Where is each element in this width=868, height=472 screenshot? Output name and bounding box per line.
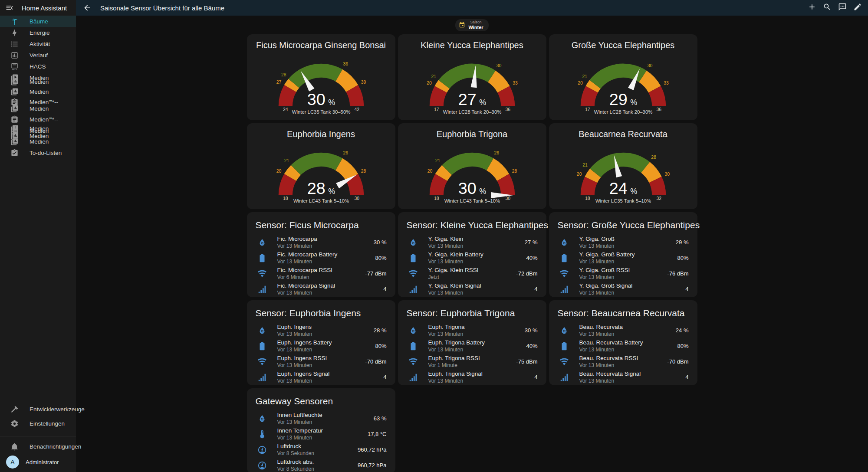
user-profile[interactable]: A Administrator bbox=[0, 454, 76, 470]
entity-last-changed: Vor 6 Minuten bbox=[277, 274, 333, 280]
magnify-icon bbox=[823, 3, 832, 11]
svg-text:39: 39 bbox=[361, 79, 366, 84]
gauge-card-title: Euphorbia Trigona bbox=[403, 129, 541, 139]
edit-dashboard-button[interactable] bbox=[853, 3, 862, 13]
add-button[interactable] bbox=[808, 3, 816, 13]
entity-row-fic-microcarpa-battery[interactable]: Fic. Microcarpa BatteryVor 13 Minuten80% bbox=[256, 250, 387, 266]
entity-name: Fic. Microcarpa Signal bbox=[277, 282, 335, 289]
sidebar-item-energie-1[interactable]: Energie bbox=[0, 27, 76, 38]
back-arrow-icon[interactable] bbox=[83, 3, 92, 12]
svg-text:26: 26 bbox=[494, 151, 499, 155]
entity-row-euph-trigona-battery[interactable]: Euph. Trigona BatteryVor 13 Minuten40% bbox=[407, 338, 538, 354]
entity-row-fic-microcarpa[interactable]: Fic. MicrocarpaVor 13 Minuten30 % bbox=[256, 235, 387, 250]
entity-row-innen-temperatur[interactable]: Innen TemperaturVor 13 Minuten17,8 °C bbox=[256, 426, 387, 442]
entity-row-y-giga-gross-signal[interactable]: Y. Giga. Groß SignalVor 13 Minuten4 bbox=[558, 282, 689, 297]
gauge-card-beaucarnea-recurvata[interactable]: Beaucarnea Recurvata18202128303224%Winte… bbox=[549, 123, 697, 209]
entity-row-y-giga-gross-battery[interactable]: Y. Giga. Groß BatteryVor 13 Minuten80% bbox=[558, 250, 689, 266]
gauge-card-ficus-microcarpa-ginseng-bonsai[interactable]: Ficus Microcarpa Ginseng Bonsai242728363… bbox=[247, 34, 395, 120]
sidebar-item-medien-14[interactable]: Medien bbox=[0, 136, 76, 147]
entity-row-fic-microcarpa-rssi[interactable]: Fic. Microcarpa RSSIVor 6 Minuten-77 dBm bbox=[256, 266, 387, 282]
gauge-card-grosse-yucca-elephantipes[interactable]: Große Yucca Elephantipes17202130333629%W… bbox=[549, 34, 697, 120]
entity-row-y-giga-klein-rssi[interactable]: Y. Giga. Klein RSSIJetzt-72 dBm bbox=[407, 266, 538, 282]
entity-value: 4 bbox=[682, 374, 688, 380]
svg-text:20: 20 bbox=[427, 81, 432, 85]
entity-row-luftdruck-abs[interactable]: Luftdruck abs.Vor 8 Sekunden960,72 hPa bbox=[256, 458, 387, 472]
entity-text: Innen LuftfeuchteVor 13 Minuten bbox=[277, 412, 322, 425]
entity-row-beau-recurvata[interactable]: Beau. RecurvataVor 13 Minuten24 % bbox=[558, 323, 689, 338]
entity-text: Y. Giga. Groß BatteryVor 13 Minuten bbox=[579, 251, 635, 265]
plus-icon bbox=[808, 3, 816, 11]
svg-text:32: 32 bbox=[656, 196, 661, 201]
chart-multi-icon bbox=[10, 138, 19, 146]
sidebar-item-verlauf-3[interactable]: Verlauf bbox=[0, 49, 76, 61]
sidebar-spacer bbox=[0, 158, 76, 402]
entity-name: Y. Giga. Klein bbox=[428, 236, 464, 243]
entity-text: Euph. Ingens BatteryVor 13 Minuten bbox=[277, 339, 332, 353]
entity-last-changed: Vor 13 Minuten bbox=[277, 259, 338, 265]
entity-value: -70 dBm bbox=[362, 358, 386, 365]
sidebar-footer-item-einstellungen-1[interactable]: Einstellungen bbox=[0, 416, 76, 431]
entity-row-euph-trigona[interactable]: Euph. TrigonaVor 13 Minuten30 % bbox=[407, 323, 538, 338]
svg-text:18: 18 bbox=[283, 196, 288, 201]
sidebar-item-label: Bäume bbox=[30, 18, 48, 25]
sidebar-bottom-item-benachrichtigungen-0[interactable]: Benachrichtigungen bbox=[0, 439, 76, 454]
gauge-card-title: Kleine Yucca Elephantipes bbox=[403, 40, 541, 50]
menu-icon[interactable] bbox=[5, 3, 14, 12]
gauge-sublabel: Winter LC43 Tank 5–10% bbox=[444, 198, 500, 203]
sidebar-item-medien-9[interactable]: Medien bbox=[0, 103, 76, 114]
gauge-meter-icon bbox=[257, 445, 267, 455]
entity-row-y-giga-gross-rssi[interactable]: Y. Giga. Groß RSSIVor 13 Minuten-76 dBm bbox=[558, 266, 689, 282]
entity-row-y-giga-klein-battery[interactable]: Y. Giga. Klein BatteryVor 13 Minuten40% bbox=[407, 250, 538, 266]
chip-text: Saison Winter bbox=[468, 20, 483, 30]
entity-name: Luftdruck abs. bbox=[277, 459, 314, 465]
entity-last-changed: Vor 13 Minuten bbox=[579, 259, 635, 265]
sidebar-footer-item-entwicklerwerkzeuge-0[interactable]: Entwicklerwerkzeuge bbox=[0, 402, 76, 416]
entity-row-euph-ingens-signal[interactable]: Euph. Ingens SignalVor 13 Minuten4 bbox=[256, 370, 387, 385]
entity-text: Beau. Recurvata SignalVor 13 Minuten bbox=[579, 370, 641, 384]
sidebar-nav: BäumeEnergieAktivitätVerlaufHACSHACSMedi… bbox=[0, 16, 76, 158]
search-button[interactable] bbox=[823, 3, 832, 13]
entity-text: Y. Giga. Klein SignalVor 13 Minuten bbox=[428, 282, 481, 296]
entity-row-beau-recurvata-battery[interactable]: Beau. Recurvata BatteryVor 13 Minuten80% bbox=[558, 338, 689, 354]
entity-row-euph-trigona-signal[interactable]: Euph. Trigona SignalVor 13 Minuten4 bbox=[407, 370, 538, 385]
entity-text: Euph. Ingens RSSIVor 13 Minuten bbox=[277, 355, 327, 368]
entity-text: Beau. RecurvataVor 13 Minuten bbox=[579, 324, 623, 337]
entity-name: Euph. Trigona RSSI bbox=[428, 355, 480, 362]
entity-value: 80% bbox=[674, 343, 688, 349]
sidebar-item-baeume-0[interactable]: Bäume bbox=[0, 16, 76, 27]
gauge-sublabel: Winter LC35 Tank 30–50% bbox=[292, 109, 350, 115]
pencil-icon bbox=[853, 3, 862, 11]
entity-value: 24 % bbox=[672, 327, 689, 334]
gauge-value: 30% bbox=[307, 90, 335, 108]
sidebar-item-aktivitaet-2[interactable]: Aktivität bbox=[0, 38, 76, 49]
entity-row-y-giga-klein-signal[interactable]: Y. Giga. Klein SignalVor 13 Minuten4 bbox=[407, 282, 538, 297]
flash-icon bbox=[10, 29, 19, 37]
gauge-card-title: Ficus Microcarpa Ginseng Bonsai bbox=[252, 40, 390, 50]
entity-row-fic-microcarpa-signal[interactable]: Fic. Microcarpa SignalVor 13 Minuten4 bbox=[256, 282, 387, 297]
assist-button[interactable] bbox=[838, 3, 847, 13]
entity-row-y-giga-gross[interactable]: Y. Giga. GroßVor 13 Minuten29 % bbox=[558, 235, 689, 250]
sidebar-item-to-do-listen-15[interactable]: To-do-Listen bbox=[0, 147, 76, 158]
entity-row-beau-recurvata-rssi[interactable]: Beau. Recurvata RSSIVor 13 Minuten-70 dB… bbox=[558, 354, 689, 370]
gauge-card-euphorbia-ingens[interactable]: Euphorbia Ingens18202126283028%Winter LC… bbox=[247, 123, 395, 209]
entity-row-euph-ingens-rssi[interactable]: Euph. Ingens RSSIVor 13 Minuten-70 dBm bbox=[256, 354, 387, 370]
entity-row-innen-luftfeuchte[interactable]: Innen LuftfeuchteVor 13 Minuten63 % bbox=[256, 411, 387, 426]
entity-row-euph-trigona-rssi[interactable]: Euph. Trigona RSSIVor 1 Minute-75 dBm bbox=[407, 354, 538, 370]
sidebar-item-label: Medien bbox=[30, 88, 49, 95]
gauge-card-kleine-yucca-elephantipes[interactable]: Kleine Yucca Elephantipes17202130333627%… bbox=[398, 34, 546, 120]
entity-row-y-giga-klein[interactable]: Y. Giga. KleinVor 13 Minuten27 % bbox=[407, 235, 538, 250]
entity-text: Beau. Recurvata BatteryVor 13 Minuten bbox=[579, 339, 643, 353]
sidebar-item-medien-7[interactable]: Medien bbox=[0, 86, 76, 97]
entity-row-beau-recurvata-signal[interactable]: Beau. Recurvata SignalVor 13 Minuten4 bbox=[558, 370, 689, 385]
entity-name: Euph. Trigona Signal bbox=[428, 370, 483, 377]
entity-row-euph-ingens-battery[interactable]: Euph. Ingens BatteryVor 13 Minuten80% bbox=[256, 338, 387, 354]
entity-row-luftdruck[interactable]: LuftdruckVor 8 Sekunden960,72 hPa bbox=[256, 442, 387, 458]
gauge-card-euphorbia-trigona[interactable]: Euphorbia Trigona18202126283030%Winter L… bbox=[398, 123, 546, 209]
entity-name: Beau. Recurvata RSSI bbox=[579, 355, 638, 362]
sensor-card-title: Sensor: Euphorbia Trigona bbox=[407, 308, 538, 318]
sidebar-item-hacs-4[interactable]: HACSHACS bbox=[0, 61, 76, 72]
gauge-sublabel: Winter LC35 Tank 5–10% bbox=[595, 198, 651, 203]
entity-name: Euph. Trigona Battery bbox=[428, 339, 485, 346]
entity-row-euph-ingens[interactable]: Euph. IngensVor 13 Minuten28 % bbox=[256, 323, 387, 338]
season-chip[interactable]: Saison Winter bbox=[455, 19, 488, 31]
